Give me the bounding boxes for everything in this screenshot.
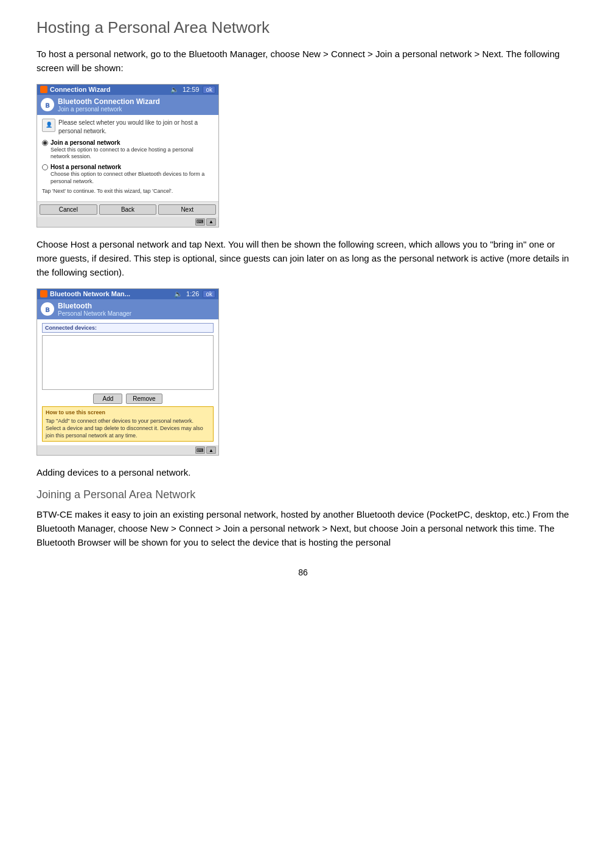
screen1-header-subtitle: Join a personal network bbox=[58, 106, 160, 113]
person-icon: 👤 bbox=[42, 119, 55, 132]
page-number: 86 bbox=[37, 568, 569, 577]
screen2-header: ʙ Bluetooth Personal Network Manager bbox=[37, 299, 218, 319]
keyboard-icon: ⌨ bbox=[195, 218, 205, 226]
screen1-cancel-button[interactable]: Cancel bbox=[40, 204, 97, 215]
screen1-option2-label: Host a personal network bbox=[50, 164, 121, 170]
bottom-text1: Adding devices to a personal network. bbox=[37, 465, 569, 479]
connected-label: Connected devices: bbox=[42, 323, 214, 333]
screen2-action-buttons: Add Remove bbox=[42, 392, 214, 406]
screen2-remove-button[interactable]: Remove bbox=[126, 394, 162, 404]
screen1-footer: ⌨ ▲ bbox=[37, 217, 218, 227]
how-to-box: How to use this screen Tap "Add" to conn… bbox=[42, 406, 214, 442]
arrow-icon: ▲ bbox=[206, 218, 216, 226]
screen1-device: Connection Wizard 🔈 12:59 ok ʙ Bluetooth… bbox=[37, 84, 219, 227]
screen2-header-subtitle: Personal Network Manager bbox=[58, 310, 131, 317]
radio2 bbox=[42, 164, 48, 170]
screen2-title-text: Bluetooth Network Man... bbox=[50, 290, 130, 297]
screen1-option1-label: Join a personal network bbox=[50, 139, 120, 146]
arrow-icon2: ▲ bbox=[206, 446, 216, 454]
screen1-back-button[interactable]: Back bbox=[99, 204, 157, 215]
intro-paragraph: To host a personal network, go to the Bl… bbox=[37, 47, 569, 75]
screen1-option1-desc: Select this option to connect to a devic… bbox=[50, 147, 214, 161]
screen2-time: 1:26 bbox=[186, 290, 199, 297]
bluetooth-logo1: ʙ bbox=[41, 98, 54, 111]
screen1-next-button[interactable]: Next bbox=[158, 204, 216, 215]
screen1-body: 👤 Please select wheter you would like to… bbox=[37, 115, 218, 201]
windows-icon bbox=[40, 86, 47, 93]
screen1-instruction: 👤 Please select wheter you would like to… bbox=[42, 119, 214, 136]
how-to-text: Tap "Add" to connect other devices to yo… bbox=[46, 417, 210, 439]
screen1-time: 12:59 bbox=[183, 86, 200, 93]
radio1 bbox=[42, 140, 48, 146]
screen2-add-button[interactable]: Add bbox=[93, 394, 122, 404]
screen2-header-title: Bluetooth bbox=[58, 302, 131, 310]
page-title: Hosting a Personal Area Network bbox=[37, 18, 569, 37]
screen1-title-text: Connection Wizard bbox=[50, 86, 111, 93]
devices-list bbox=[42, 335, 214, 390]
screen2-footer: ⌨ ▲ bbox=[37, 445, 218, 455]
keyboard-icon2: ⌨ bbox=[195, 446, 205, 454]
screen1-header: ʙ Bluetooth Connection Wizard Join a per… bbox=[37, 95, 218, 115]
screen1-title-left: Connection Wizard bbox=[40, 86, 111, 93]
screen2-title-left: Bluetooth Network Man... bbox=[40, 290, 130, 297]
screen1-option1[interactable]: Join a personal network Select this opti… bbox=[42, 139, 214, 161]
screen1-titlebar: Connection Wizard 🔈 12:59 ok bbox=[37, 85, 218, 95]
section-subtitle: Joining a Personal Area Network bbox=[37, 488, 569, 501]
screen1-header-title: Bluetooth Connection Wizard bbox=[58, 97, 160, 106]
screen1-ok-button[interactable]: ok bbox=[203, 86, 215, 94]
speaker-icon: 🔈 bbox=[170, 86, 179, 94]
bottom-text2: BTW-CE makes it easy to join an existing… bbox=[37, 507, 569, 550]
middle-paragraph: Choose Host a personal network and tap N… bbox=[37, 237, 569, 280]
screen1-option2[interactable]: Host a personal network Choose this opti… bbox=[42, 164, 214, 185]
screen2-titlebar: Bluetooth Network Man... 🔈 1:26 ok bbox=[37, 289, 218, 299]
bluetooth-logo2: ʙ bbox=[41, 302, 54, 316]
speaker-icon2: 🔈 bbox=[174, 290, 183, 298]
screen2-header-text: Bluetooth Personal Network Manager bbox=[58, 302, 131, 317]
how-to-title: How to use this screen bbox=[46, 409, 210, 416]
screen1-buttons: Cancel Back Next bbox=[37, 201, 218, 217]
screen1-tip: Tap 'Next' to continue. To exit this wiz… bbox=[42, 188, 214, 195]
screen2-title-right: 🔈 1:26 ok bbox=[174, 290, 215, 298]
screen1-header-text: Bluetooth Connection Wizard Join a perso… bbox=[58, 97, 160, 113]
screen2-ok-button[interactable]: ok bbox=[203, 290, 215, 298]
windows-icon2 bbox=[40, 290, 47, 297]
screen2-device: Bluetooth Network Man... 🔈 1:26 ok ʙ Blu… bbox=[37, 288, 219, 456]
screen1-option2-desc: Choose this option to connect other Blue… bbox=[50, 171, 214, 185]
screen2-body: Connected devices: Add Remove How to use… bbox=[37, 319, 218, 446]
screen1-title-right: 🔈 12:59 ok bbox=[170, 86, 215, 94]
